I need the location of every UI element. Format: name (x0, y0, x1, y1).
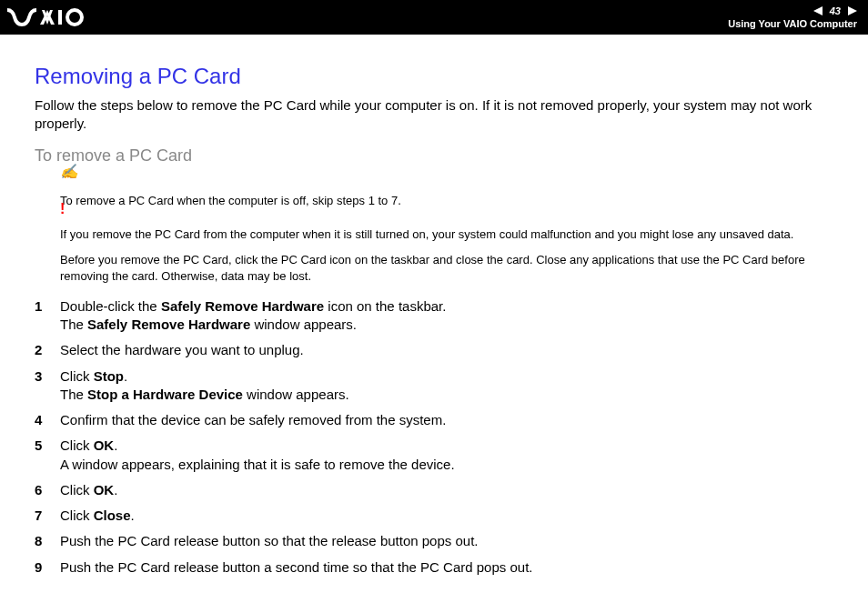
tip-note: ✍ To remove a PC Card when the computer … (60, 178, 843, 209)
step-item: 8Push the PC Card release button so that… (35, 532, 843, 550)
step-number: 9 (35, 558, 60, 577)
step-text: Click OK.A window appears, explaining th… (60, 437, 843, 474)
pencil-icon: ✍ (60, 162, 78, 182)
page-nav: 43 (813, 5, 857, 16)
step-number: 1 (35, 297, 60, 335)
warning-note: ! If you remove the PC Card from the com… (60, 214, 843, 243)
notes-block: ✍ To remove a PC Card when the computer … (60, 178, 843, 285)
step-number: 4 (35, 411, 60, 429)
step-text: Click Stop.The Stop a Hardware Device wi… (60, 367, 843, 405)
subheading: To remove a PC Card (35, 146, 843, 166)
svg-marker-3 (813, 6, 823, 15)
page-number: 43 (828, 5, 843, 16)
section-title: Using Your VAIO Computer (728, 18, 857, 29)
tip-text: To remove a PC Card when the computer is… (60, 194, 401, 207)
step-number: 2 (35, 341, 60, 359)
svg-marker-4 (848, 6, 857, 15)
plain-note: Before you remove the PC Card, click the… (60, 250, 843, 285)
step-text: Click OK. (60, 481, 843, 499)
vaio-logo (7, 8, 89, 26)
intro-text: Follow the steps below to remove the PC … (35, 96, 843, 134)
svg-point-2 (67, 10, 82, 25)
step-item: 2Select the hardware you want to unplug. (35, 341, 843, 359)
warning-text: If you remove the PC Card from the compu… (60, 227, 793, 241)
step-text: Push the PC Card release button a second… (60, 558, 843, 577)
steps-list: 1Double-click the Safely Remove Hardware… (35, 297, 843, 577)
next-page-arrow-icon[interactable] (844, 6, 857, 15)
step-text: Select the hardware you want to unplug. (60, 341, 843, 359)
step-item: 5Click OK.A window appears, explaining t… (35, 437, 843, 474)
step-number: 5 (35, 437, 60, 474)
page-heading: Removing a PC Card (35, 64, 843, 89)
svg-rect-1 (58, 10, 62, 25)
step-text: Confirm that the device can be safely re… (60, 411, 843, 429)
exclamation-icon: ! (60, 199, 65, 219)
page-content: Removing a PC Card Follow the steps belo… (0, 35, 868, 577)
step-item: 1Double-click the Safely Remove Hardware… (35, 297, 843, 335)
step-item: 7Click Close. (35, 507, 843, 525)
step-text: Click Close. (60, 507, 843, 525)
step-number: 3 (35, 367, 60, 405)
step-item: 3Click Stop.The Stop a Hardware Device w… (35, 367, 843, 405)
plain-note-text: Before you remove the PC Card, click the… (60, 253, 805, 283)
step-text: Double-click the Safely Remove Hardware … (60, 297, 843, 335)
step-number: 6 (35, 481, 60, 499)
step-item: 6Click OK. (35, 481, 843, 499)
header-right: 43 Using Your VAIO Computer (728, 5, 861, 29)
step-number: 8 (35, 532, 60, 550)
step-text: Push the PC Card release button so that … (60, 532, 843, 550)
prev-page-arrow-icon[interactable] (813, 6, 826, 15)
page-header: 43 Using Your VAIO Computer (0, 0, 868, 35)
step-number: 7 (35, 507, 60, 525)
step-item: 4Confirm that the device can be safely r… (35, 411, 843, 429)
step-item: 9Push the PC Card release button a secon… (35, 558, 843, 577)
